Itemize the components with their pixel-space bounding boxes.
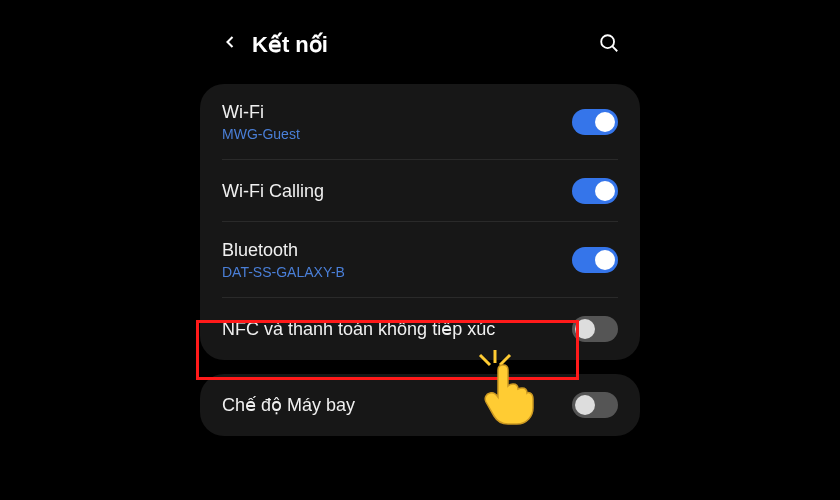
settings-group-2: Chế độ Máy bay [200,374,640,436]
svg-line-1 [612,46,617,51]
wifi-sublabel: MWG-Guest [222,126,572,142]
wifi-calling-label: Wi-Fi Calling [222,181,572,202]
page-title: Kết nối [252,32,598,58]
wifi-calling-item[interactable]: Wi-Fi Calling [200,160,640,222]
settings-group-1: Wi-Fi MWG-Guest Wi-Fi Calling Bluetooth … [200,84,640,360]
airplane-label: Chế độ Máy bay [222,394,572,416]
wifi-toggle[interactable] [572,109,618,135]
back-icon[interactable] [220,32,240,58]
bluetooth-label: Bluetooth [222,240,572,261]
nfc-toggle[interactable] [572,316,618,342]
nfc-label: NFC và thanh toán không tiếp xúc [222,318,572,340]
search-icon[interactable] [598,32,620,58]
airplane-item[interactable]: Chế độ Máy bay [200,374,640,436]
wifi-label: Wi-Fi [222,102,572,123]
bluetooth-toggle[interactable] [572,247,618,273]
bluetooth-sublabel: DAT-SS-GALAXY-B [222,264,572,280]
svg-point-0 [601,35,614,48]
nfc-item[interactable]: NFC và thanh toán không tiếp xúc [200,298,640,360]
wifi-item[interactable]: Wi-Fi MWG-Guest [200,84,640,160]
bluetooth-item[interactable]: Bluetooth DAT-SS-GALAXY-B [200,222,640,298]
airplane-toggle[interactable] [572,392,618,418]
header: Kết nối [200,20,640,70]
wifi-calling-toggle[interactable] [572,178,618,204]
